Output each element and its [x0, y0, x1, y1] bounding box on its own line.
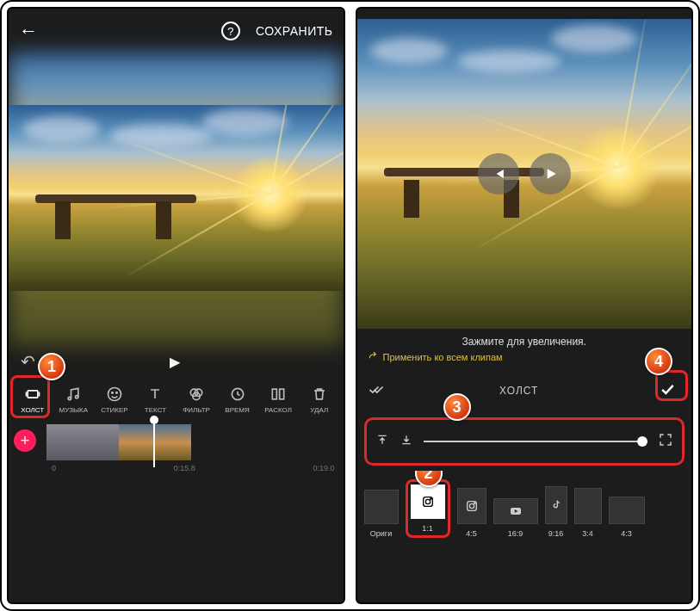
annotation-badge-4: 4 [645, 348, 672, 375]
ratio-1_1[interactable]: 1:1 [411, 484, 445, 533]
preview-frame [9, 105, 344, 291]
help-icon[interactable]: ? [221, 22, 240, 40]
svg-point-1 [69, 397, 71, 399]
aspect-ratio-list: Ориги1:124:516:99:163:44:3 [357, 471, 692, 548]
fit-icon[interactable] [658, 432, 673, 451]
tool-label: УДАЛ [310, 406, 328, 414]
screenshot-pair: ← ? СОХРАНИТЬ ↶ ▶ [0, 0, 700, 611]
instagram-icon [411, 484, 445, 519]
sticker-icon [106, 386, 123, 403]
svg-rect-11 [280, 389, 284, 399]
text-icon [146, 386, 164, 403]
svg-point-5 [116, 392, 118, 394]
prev-frame-button[interactable] [478, 153, 519, 194]
video-preview[interactable] [9, 53, 344, 346]
trash-icon [311, 386, 328, 403]
apply-all-icon[interactable] [368, 380, 385, 400]
annotation-badge-3: 3 [443, 393, 471, 421]
phone-right: Зажмите для увеличения. Применить ко все… [356, 7, 694, 604]
play-button[interactable] [530, 153, 571, 194]
time-current: 0:15.8 [174, 464, 195, 472]
align-top-icon[interactable] [375, 433, 389, 450]
pinch-hint: Зажмите для увеличения. [357, 329, 692, 349]
tool-filter[interactable]: ФИЛЬТР [176, 382, 217, 417]
clip-thumb[interactable] [83, 424, 119, 460]
apply-all-label: Применить ко всем клипам [383, 352, 503, 362]
ratio-icon [574, 488, 602, 524]
svg-point-13 [425, 499, 430, 503]
undo-icon[interactable]: ↶ [21, 351, 35, 372]
ratio-9_16[interactable]: 9:16 [545, 486, 567, 538]
ratio-icon [364, 490, 399, 524]
time-end: 0:19.0 [313, 464, 334, 472]
tool-label: ТЕКСТ [145, 406, 166, 414]
ratio-label: 1:1 [422, 524, 433, 533]
tool-music[interactable]: МУЗЫКА [53, 382, 95, 417]
split-icon [269, 386, 287, 403]
clip-thumb[interactable] [155, 424, 191, 460]
svg-point-14 [430, 498, 431, 499]
time-zero: 0 [52, 464, 56, 472]
play-icon[interactable]: ▶ [35, 354, 314, 370]
editor-toolbar: ХОЛСТ МУЗЫКА СТИКЕР ТЕКСТ ФИЛЬТР [9, 377, 344, 419]
back-arrow-icon[interactable]: ← [19, 20, 38, 42]
timeline[interactable]: + 0 0:15.8 0:19.0 [9, 419, 344, 602]
tool-label: РАСКОЛ [264, 406, 292, 414]
timeline-thumbs[interactable] [46, 424, 344, 460]
tool-sticker[interactable]: СТИКЕР [94, 382, 135, 417]
save-button[interactable]: СОХРАНИТЬ [256, 24, 333, 38]
tool-split[interactable]: РАСКОЛ [257, 382, 299, 417]
zoom-slider[interactable] [424, 441, 648, 442]
tool-text[interactable]: ТЕКСТ [135, 382, 177, 417]
annotation-badge-1: 1 [38, 353, 65, 380]
canvas-panel-header: ХОЛСТ 4 [357, 368, 692, 412]
slider-knob[interactable] [637, 436, 647, 447]
tool-label: ВРЕМЯ [225, 406, 249, 414]
filter-icon [188, 386, 205, 403]
clip-thumb[interactable] [46, 424, 83, 460]
ratio-label: 4:5 [466, 529, 477, 538]
playhead[interactable] [153, 419, 155, 467]
svg-rect-10 [272, 389, 276, 399]
annotation-highlight-3 [364, 417, 685, 466]
tiktok-icon [545, 486, 567, 524]
align-bottom-icon[interactable] [400, 433, 413, 450]
tool-label: МУЗЫКА [59, 406, 88, 414]
ratio-4_5[interactable]: 4:5 [457, 488, 486, 538]
add-clip-button[interactable]: + [14, 429, 36, 452]
apply-all-row[interactable]: Применить ко всем клипам [357, 349, 692, 368]
video-preview[interactable] [357, 19, 692, 329]
ratio-original[interactable]: Ориги [364, 490, 399, 538]
ratio-label: 9:16 [548, 529, 564, 538]
svg-point-2 [76, 396, 78, 398]
ratio-label: 16:9 [508, 529, 523, 538]
arrow-curve-icon [368, 351, 380, 363]
topbar: ← ? СОХРАНИТЬ [9, 9, 344, 53]
ratio-label: 4:3 [621, 529, 632, 538]
ratio-3_4[interactable]: 3:4 [574, 488, 602, 538]
ratio-label: 3:4 [582, 529, 593, 538]
svg-point-4 [112, 392, 114, 394]
annotation-highlight-2: 1:12 [406, 479, 450, 538]
phone-left: ← ? СОХРАНИТЬ ↶ ▶ [7, 7, 345, 604]
tool-time[interactable]: ВРЕМЯ [217, 382, 258, 417]
tool-label: ФИЛЬТР [183, 406, 210, 414]
panel-title: ХОЛСТ [385, 385, 654, 397]
clip-thumb[interactable] [119, 424, 155, 460]
ratio-4_3[interactable]: 4:3 [609, 497, 645, 538]
svg-point-16 [469, 503, 474, 508]
time-axis: 0 0:15.8 0:19.0 [9, 460, 344, 478]
ratio-label: Ориги [370, 529, 392, 538]
tool-label: СТИКЕР [101, 406, 127, 414]
svg-point-3 [108, 388, 121, 401]
annotation-highlight-1 [10, 375, 50, 418]
youtube-icon [493, 498, 538, 524]
ratio-icon [609, 497, 645, 524]
time-icon [229, 386, 246, 403]
tool-delete[interactable]: УДАЛ [299, 382, 340, 417]
ratio-16_9[interactable]: 16:9 [493, 498, 538, 538]
music-icon [65, 386, 82, 403]
svg-point-17 [474, 503, 474, 503]
instagram-icon [457, 488, 486, 524]
